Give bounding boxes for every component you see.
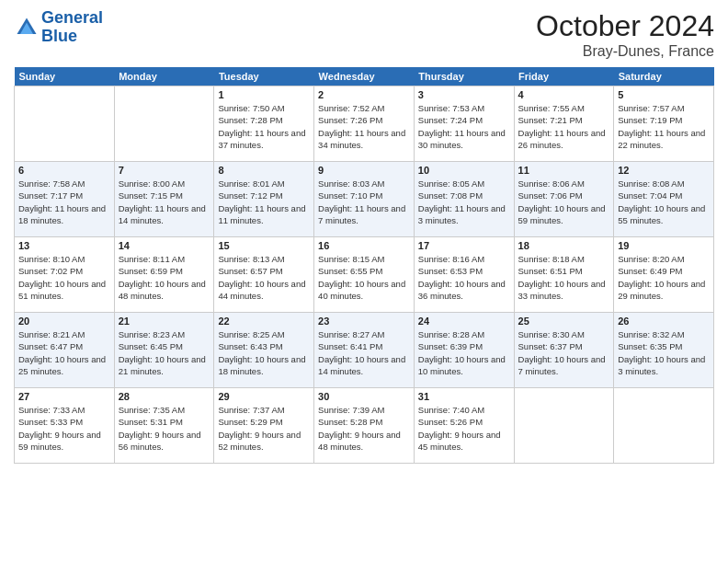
date-number: 25 <box>518 316 610 327</box>
date-number: 8 <box>218 165 310 176</box>
date-number: 30 <box>318 391 410 402</box>
week-row-5: 27 Sunrise: 7:33 AMSunset: 5:33 PMDaylig… <box>15 388 714 464</box>
calendar-cell: 27 Sunrise: 7:33 AMSunset: 5:33 PMDaylig… <box>15 388 115 464</box>
date-number: 3 <box>418 89 510 100</box>
cell-info: Sunrise: 8:28 AMSunset: 6:39 PMDaylight:… <box>418 329 506 376</box>
header-tuesday: Tuesday <box>214 67 314 86</box>
date-number: 17 <box>418 240 510 251</box>
date-number: 27 <box>18 391 110 402</box>
calendar-cell: 1 Sunrise: 7:50 AMSunset: 7:28 PMDayligh… <box>214 86 314 162</box>
date-number: 20 <box>18 316 110 327</box>
header-row: Sunday Monday Tuesday Wednesday Thursday… <box>15 67 714 86</box>
header-monday: Monday <box>114 67 214 86</box>
date-number: 22 <box>218 316 310 327</box>
cell-info: Sunrise: 8:11 AMSunset: 6:59 PMDaylight:… <box>119 254 206 301</box>
date-number: 21 <box>119 316 210 327</box>
date-number: 18 <box>518 240 610 251</box>
date-number: 11 <box>518 165 610 176</box>
cell-info: Sunrise: 8:06 AMSunset: 7:06 PMDaylight:… <box>518 178 606 225</box>
date-number: 26 <box>618 316 710 327</box>
calendar-cell: 25 Sunrise: 8:30 AMSunset: 6:37 PMDaylig… <box>514 313 614 388</box>
date-number: 24 <box>418 316 510 327</box>
date-number: 6 <box>18 165 110 176</box>
calendar-cell: 5 Sunrise: 7:57 AMSunset: 7:19 PMDayligh… <box>614 86 714 162</box>
cell-info: Sunrise: 7:52 AMSunset: 7:26 PMDaylight:… <box>318 103 405 150</box>
date-number: 28 <box>119 391 210 402</box>
logo-text: General Blue <box>41 9 103 46</box>
cell-info: Sunrise: 8:15 AMSunset: 6:55 PMDaylight:… <box>318 254 405 301</box>
cell-info: Sunrise: 7:55 AMSunset: 7:21 PMDaylight:… <box>518 103 606 150</box>
calendar-cell: 15 Sunrise: 8:13 AMSunset: 6:57 PMDaylig… <box>214 237 314 313</box>
cell-info: Sunrise: 8:21 AMSunset: 6:47 PMDaylight:… <box>18 329 106 376</box>
calendar-cell: 26 Sunrise: 8:32 AMSunset: 6:35 PMDaylig… <box>614 313 714 388</box>
header-wednesday: Wednesday <box>314 67 415 86</box>
calendar-cell: 6 Sunrise: 7:58 AMSunset: 7:17 PMDayligh… <box>15 162 115 237</box>
location: Bray-Dunes, France <box>536 43 714 60</box>
date-number: 13 <box>18 240 110 251</box>
calendar-cell: 18 Sunrise: 8:18 AMSunset: 6:51 PMDaylig… <box>514 237 614 313</box>
date-number: 14 <box>119 240 210 251</box>
header-sunday: Sunday <box>15 67 115 86</box>
date-number: 4 <box>518 89 610 100</box>
header-saturday: Saturday <box>614 67 714 86</box>
calendar-cell: 3 Sunrise: 7:53 AMSunset: 7:24 PMDayligh… <box>414 86 514 162</box>
date-number: 29 <box>218 391 310 402</box>
calendar-cell: 30 Sunrise: 7:39 AMSunset: 5:28 PMDaylig… <box>314 388 415 464</box>
header-thursday: Thursday <box>414 67 514 86</box>
calendar-cell: 12 Sunrise: 8:08 AMSunset: 7:04 PMDaylig… <box>614 162 714 237</box>
cell-info: Sunrise: 8:01 AMSunset: 7:12 PMDaylight:… <box>218 178 305 225</box>
cell-info: Sunrise: 8:25 AMSunset: 6:43 PMDaylight:… <box>218 329 305 376</box>
calendar-cell: 11 Sunrise: 8:06 AMSunset: 7:06 PMDaylig… <box>514 162 614 237</box>
week-row-4: 20 Sunrise: 8:21 AMSunset: 6:47 PMDaylig… <box>15 313 714 388</box>
cell-info: Sunrise: 8:30 AMSunset: 6:37 PMDaylight:… <box>518 329 606 376</box>
cell-info: Sunrise: 8:13 AMSunset: 6:57 PMDaylight:… <box>218 254 305 301</box>
cell-info: Sunrise: 8:05 AMSunset: 7:08 PMDaylight:… <box>418 178 506 225</box>
date-number: 2 <box>318 89 410 100</box>
week-row-2: 6 Sunrise: 7:58 AMSunset: 7:17 PMDayligh… <box>15 162 714 237</box>
calendar-cell <box>614 388 714 464</box>
calendar-cell: 28 Sunrise: 7:35 AMSunset: 5:31 PMDaylig… <box>114 388 214 464</box>
logo-icon <box>14 15 40 40</box>
calendar-cell <box>514 388 614 464</box>
calendar-body: 1 Sunrise: 7:50 AMSunset: 7:28 PMDayligh… <box>15 86 714 464</box>
calendar-cell: 31 Sunrise: 7:40 AMSunset: 5:26 PMDaylig… <box>414 388 514 464</box>
page: General Blue October 2024 Bray-Dunes, Fr… <box>0 0 728 563</box>
calendar-cell: 17 Sunrise: 8:16 AMSunset: 6:53 PMDaylig… <box>414 237 514 313</box>
calendar-cell <box>114 86 214 162</box>
date-number: 23 <box>318 316 410 327</box>
cell-info: Sunrise: 7:39 AMSunset: 5:28 PMDaylight:… <box>318 405 401 452</box>
header: General Blue October 2024 Bray-Dunes, Fr… <box>14 9 714 60</box>
date-number: 16 <box>318 240 410 251</box>
title-area: October 2024 Bray-Dunes, France <box>536 9 714 60</box>
cell-info: Sunrise: 8:23 AMSunset: 6:45 PMDaylight:… <box>119 329 206 376</box>
date-number: 15 <box>218 240 310 251</box>
calendar-cell: 7 Sunrise: 8:00 AMSunset: 7:15 PMDayligh… <box>114 162 214 237</box>
cell-info: Sunrise: 8:20 AMSunset: 6:49 PMDaylight:… <box>618 254 705 301</box>
week-row-3: 13 Sunrise: 8:10 AMSunset: 7:02 PMDaylig… <box>15 237 714 313</box>
cell-info: Sunrise: 7:40 AMSunset: 5:26 PMDaylight:… <box>418 405 501 452</box>
header-friday: Friday <box>514 67 614 86</box>
calendar-cell: 19 Sunrise: 8:20 AMSunset: 6:49 PMDaylig… <box>614 237 714 313</box>
cell-info: Sunrise: 8:00 AMSunset: 7:15 PMDaylight:… <box>119 178 206 225</box>
cell-info: Sunrise: 8:27 AMSunset: 6:41 PMDaylight:… <box>318 329 405 376</box>
date-number: 9 <box>318 165 410 176</box>
cell-info: Sunrise: 8:03 AMSunset: 7:10 PMDaylight:… <box>318 178 405 225</box>
calendar-cell: 14 Sunrise: 8:11 AMSunset: 6:59 PMDaylig… <box>114 237 214 313</box>
calendar-cell: 13 Sunrise: 8:10 AMSunset: 7:02 PMDaylig… <box>15 237 115 313</box>
cell-info: Sunrise: 7:35 AMSunset: 5:31 PMDaylight:… <box>119 405 201 452</box>
calendar-cell: 22 Sunrise: 8:25 AMSunset: 6:43 PMDaylig… <box>214 313 314 388</box>
cell-info: Sunrise: 8:10 AMSunset: 7:02 PMDaylight:… <box>18 254 106 301</box>
cell-info: Sunrise: 8:32 AMSunset: 6:35 PMDaylight:… <box>618 329 705 376</box>
calendar-cell: 2 Sunrise: 7:52 AMSunset: 7:26 PMDayligh… <box>314 86 415 162</box>
calendar-cell: 20 Sunrise: 8:21 AMSunset: 6:47 PMDaylig… <box>15 313 115 388</box>
date-number: 7 <box>119 165 210 176</box>
week-row-1: 1 Sunrise: 7:50 AMSunset: 7:28 PMDayligh… <box>15 86 714 162</box>
cell-info: Sunrise: 7:33 AMSunset: 5:33 PMDaylight:… <box>18 405 101 452</box>
calendar-cell: 10 Sunrise: 8:05 AMSunset: 7:08 PMDaylig… <box>414 162 514 237</box>
date-number: 31 <box>418 391 510 402</box>
cell-info: Sunrise: 8:16 AMSunset: 6:53 PMDaylight:… <box>418 254 506 301</box>
cell-info: Sunrise: 7:58 AMSunset: 7:17 PMDaylight:… <box>18 178 106 225</box>
cell-info: Sunrise: 7:53 AMSunset: 7:24 PMDaylight:… <box>418 103 506 150</box>
cell-info: Sunrise: 7:57 AMSunset: 7:19 PMDaylight:… <box>618 103 705 150</box>
cell-info: Sunrise: 7:50 AMSunset: 7:28 PMDaylight:… <box>218 103 305 150</box>
